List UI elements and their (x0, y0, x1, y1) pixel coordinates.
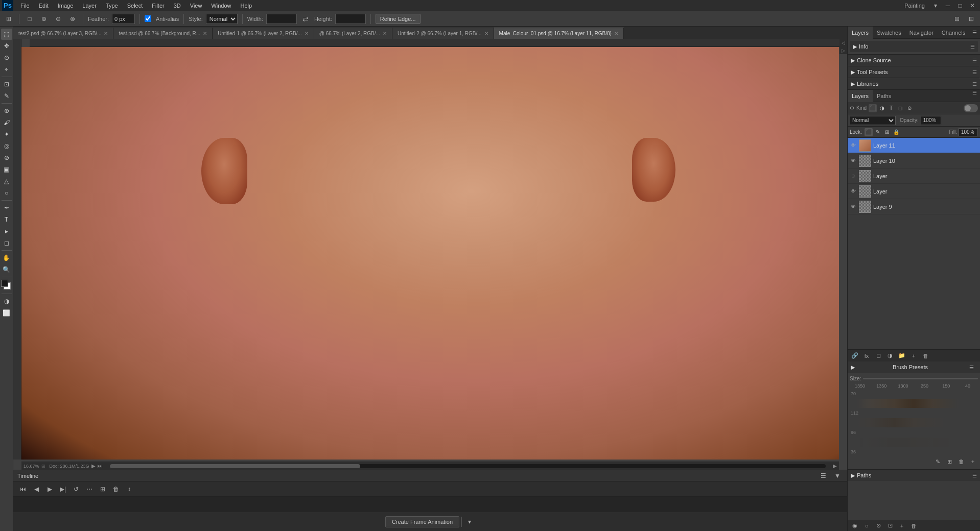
tool-presets-menu-icon[interactable]: ☰ (972, 69, 977, 75)
create-frame-animation-button[interactable]: Create Frame Animation (385, 516, 459, 527)
lock-all-icon[interactable]: 🔒 (892, 128, 900, 136)
menu-3d[interactable]: 3D (170, 2, 185, 10)
tool-spot-healing[interactable]: ⊕ (1, 105, 12, 116)
layer-10-visibility[interactable]: 👁 (850, 157, 857, 164)
feather-input[interactable] (112, 14, 135, 24)
brush-size-slider[interactable] (863, 378, 978, 379)
timeline-tween-icon[interactable]: ⋯ (84, 484, 95, 495)
layer-noeye-visibility[interactable]: ⊙ (850, 173, 857, 180)
tab-close-untitled1[interactable]: ✕ (305, 31, 309, 36)
tool-move[interactable]: ✥ (1, 40, 12, 52)
paths-tab[interactable]: Paths (873, 90, 895, 102)
new-selection-icon[interactable]: □ (24, 13, 35, 25)
subtract-selection-icon[interactable]: ⊖ (53, 13, 64, 25)
tool-crop[interactable]: ⊡ (1, 79, 12, 90)
timeline-first-frame-icon[interactable]: ⏮ (17, 484, 29, 495)
layers-tab-button[interactable]: Layers (848, 27, 873, 39)
fill-input[interactable] (959, 128, 978, 136)
tab-close-test[interactable]: ✕ (203, 31, 207, 36)
filter-shape-icon[interactable]: ◻ (896, 104, 904, 112)
tab-untitled2[interactable]: Untitled-2 @ 66.7% (Layer 1, RGB/... ✕ (392, 28, 494, 39)
tool-path-select[interactable]: ▸ (1, 226, 12, 237)
tool-eraser[interactable]: ⊘ (1, 152, 12, 163)
brush-delete-icon[interactable]: 🗑 (956, 457, 966, 466)
horizontal-scrollbar[interactable] (110, 464, 826, 468)
timeline-next-frame-icon[interactable]: ▶| (57, 484, 68, 495)
path-fill-icon[interactable]: ◉ (850, 521, 860, 530)
tool-clone-stamp[interactable]: ✦ (1, 129, 12, 140)
brush-presets-header[interactable]: ▶ Brush Presets ☰ (848, 361, 980, 373)
tool-blur[interactable]: △ (1, 176, 12, 187)
collapse-right-button[interactable]: ◁ (839, 39, 847, 46)
selection-to-path-icon[interactable]: ⊡ (885, 521, 895, 530)
tab-close-test2[interactable]: ✕ (104, 31, 108, 36)
window-maximize[interactable]: □ (954, 0, 966, 11)
tab-close-male-colour[interactable]: ✕ (614, 31, 618, 36)
menu-edit[interactable]: Edit (35, 2, 53, 10)
add-selection-icon[interactable]: ⊕ (38, 13, 50, 25)
new-path-icon[interactable]: + (897, 521, 907, 530)
tool-gradient[interactable]: ▣ (1, 164, 12, 175)
path-stroke-icon[interactable]: ○ (861, 521, 872, 530)
panel-menu-icon[interactable]: ☰ (969, 27, 980, 38)
layer-9-visibility[interactable]: 👁 (850, 203, 857, 210)
window-close[interactable]: ✕ (967, 0, 978, 11)
tab-untitled1[interactable]: Untitled-1 @ 66.7% (Layer 2, RGB/... ✕ (213, 28, 314, 39)
lock-position-icon[interactable]: ✎ (874, 128, 882, 136)
menu-file[interactable]: File (16, 2, 34, 10)
tool-shape[interactable]: ◻ (1, 237, 12, 249)
lock-pixels-icon[interactable]: ⬛ (865, 128, 873, 136)
paths-menu-icon[interactable]: ☰ (972, 473, 977, 478)
tool-pen[interactable]: ✒ (1, 202, 12, 213)
timeline-loop-icon[interactable]: ↺ (71, 484, 82, 495)
tool-type[interactable]: T (1, 214, 12, 225)
tool-marquee[interactable]: ⬚ (1, 29, 12, 40)
tool-lasso[interactable]: ⊙ (1, 52, 12, 63)
width-input[interactable] (266, 14, 297, 24)
brush-paint-icon[interactable]: ✎ (932, 457, 943, 466)
timeline-duplicate-icon[interactable]: ⊞ (97, 484, 108, 495)
clone-menu-icon[interactable]: ☰ (972, 58, 977, 63)
filter-toggle[interactable] (964, 104, 978, 112)
filter-type-icon[interactable]: T (887, 104, 895, 112)
filter-adjust-icon[interactable]: ◑ (878, 104, 886, 112)
channels-tab-button[interactable]: Channels (938, 27, 969, 39)
timeline-menu-icon[interactable]: ☰ (818, 470, 829, 481)
play-preview-icon[interactable]: ▶ (91, 463, 96, 469)
layer-adjustment-button[interactable]: ◑ (885, 351, 895, 360)
collapse-panels-button[interactable]: ▷ (839, 46, 847, 54)
tool-quick-mask[interactable]: ◑ (1, 296, 12, 307)
clone-source-header[interactable]: ▶ Clone Source ☰ (848, 55, 980, 66)
info-panel-header[interactable]: ▶ Info ☰ (850, 41, 978, 52)
tab-close-layer2[interactable]: ✕ (383, 31, 387, 36)
layer-row-11[interactable]: 👁 Layer 11 (848, 138, 980, 153)
layers-panel-menu[interactable]: ☰ (969, 90, 980, 102)
layer-new-button[interactable]: + (908, 351, 919, 360)
menu-type[interactable]: Type (102, 2, 122, 10)
timeline-delete-icon[interactable]: 🗑 (110, 484, 122, 495)
tool-hand[interactable]: ✋ (1, 252, 12, 263)
tool-zoom[interactable]: 🔍 (1, 264, 12, 275)
tool-eyedropper[interactable]: ✎ (1, 90, 12, 102)
path-to-selection-icon[interactable]: ⊙ (873, 521, 883, 530)
tab-close-untitled2[interactable]: ✕ (484, 31, 488, 36)
navigator-tab-button[interactable]: Navigator (905, 27, 938, 39)
tool-brush[interactable]: 🖌 (1, 117, 12, 128)
menu-help[interactable]: Help (237, 2, 256, 10)
style-select[interactable]: Normal (206, 14, 238, 24)
tool-dodge[interactable]: ○ (1, 187, 12, 199)
lock-artboards-icon[interactable]: ⊞ (883, 128, 891, 136)
filter-smart-icon[interactable]: ⊙ (905, 104, 914, 112)
layer-group-button[interactable]: 📁 (897, 351, 907, 360)
libraries-menu-icon[interactable]: ☰ (972, 81, 977, 87)
tab-male-colour[interactable]: Male_Colour_01.psd @ 16.7% (Layer 11, RG… (494, 28, 624, 39)
paths-panel-header[interactable]: ▶ Paths ☰ (848, 470, 980, 481)
tool-presets-header[interactable]: ▶ Tool Presets ☰ (848, 66, 980, 78)
workspace-adjust-icon[interactable]: ⊟ (966, 13, 977, 25)
tool-history-brush[interactable]: ◎ (1, 140, 12, 152)
layer-link-button[interactable]: 🔗 (850, 351, 860, 360)
menu-window[interactable]: Window (207, 2, 235, 10)
layer-fx-button[interactable]: fx (861, 351, 872, 360)
height-input[interactable] (335, 14, 366, 24)
blend-mode-select[interactable]: Normal (850, 116, 896, 125)
